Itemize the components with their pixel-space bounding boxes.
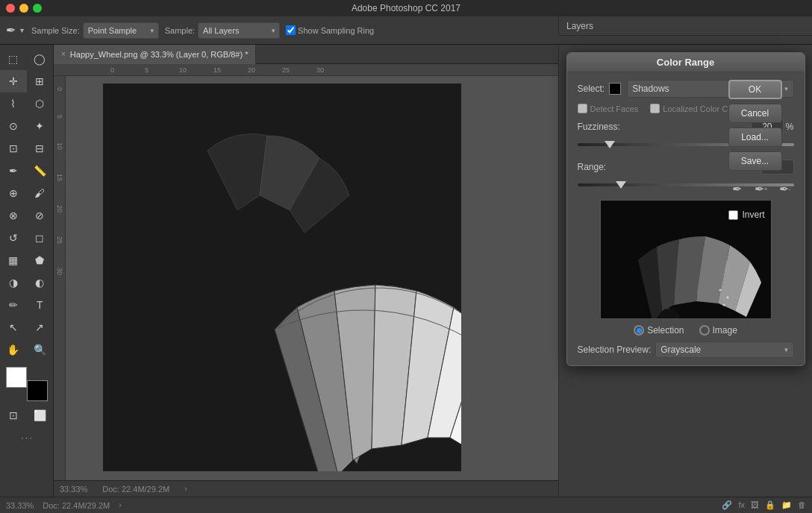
right-panel: Color Range Select: Shadows Highlights M… <box>558 45 812 497</box>
sample-size-label: Sample Size: <box>31 26 80 35</box>
localized-color-clusters-checkbox[interactable] <box>650 104 660 113</box>
hand-tool[interactable]: ✋ <box>0 339 27 361</box>
tab-close-button[interactable]: × <box>61 50 66 58</box>
canvas-arrow: › <box>184 485 187 493</box>
sample-size-group: Sample Size: Point Sample 3 by 3 Average… <box>31 22 159 39</box>
sample-size-select[interactable]: Point Sample 3 by 3 Average 5 by 5 Avera… <box>83 22 159 39</box>
show-sampling-ring-checkbox[interactable] <box>286 25 296 35</box>
canvas-content: 0 5 10 15 20 25 30 <box>54 76 558 480</box>
ok-button[interactable]: OK <box>728 80 782 99</box>
canvas-tab[interactable]: × Happy_Wheel.png @ 33.3% (Layer 0, RGB/… <box>54 45 256 64</box>
magic-wand-tool[interactable]: ✦ <box>27 115 54 137</box>
tool-row-extra: ⊡ ⬜ <box>0 404 53 427</box>
zoom-tool[interactable]: 🔍 <box>27 339 54 361</box>
minimize-button[interactable] <box>19 4 28 13</box>
marquee-rect-tool[interactable]: ⬚ <box>0 48 27 70</box>
fuzziness-slider-thumb[interactable] <box>605 141 615 148</box>
gradient-tool[interactable]: ▦ <box>0 249 27 271</box>
status-icon-6[interactable]: 🗑 <box>798 500 806 510</box>
close-button[interactable] <box>6 4 15 13</box>
more-tools-button[interactable]: · · · <box>0 427 53 449</box>
invert-checkbox[interactable] <box>728 210 738 220</box>
main-area: ⬚ ◯ ✛ ⊞ ⌇ ⬡ ⊙ ✦ ⊡ ⊟ ✒ 📏 ⊕ 🖌 ⊗ ⊘ <box>0 45 812 497</box>
image-radio-option[interactable]: Image <box>699 325 737 336</box>
burn-tool[interactable]: ◐ <box>27 271 54 294</box>
invert-label: Invert <box>743 210 765 220</box>
cancel-button[interactable]: Cancel <box>728 104 782 123</box>
detect-faces-group[interactable]: Detect Faces <box>578 104 639 113</box>
clone-stamp-tool[interactable]: ⊗ <box>0 204 27 227</box>
history-brush-tool[interactable]: ↺ <box>0 227 27 249</box>
brush-tool[interactable]: 🖌 <box>27 182 54 204</box>
maximize-button[interactable] <box>33 4 42 13</box>
selection-preview-label: Selection Preview: <box>578 344 652 355</box>
quick-selection-tool[interactable]: ⊙ <box>0 115 27 137</box>
move-tool[interactable]: ✛ <box>0 70 27 92</box>
status-icon-5[interactable]: 📁 <box>781 500 792 510</box>
pen-tool[interactable]: ✏ <box>0 294 27 316</box>
selection-preview-select-wrapper[interactable]: None Grayscale Black Matte White Matte Q… <box>655 342 793 358</box>
crop-tool[interactable]: ⊡ <box>0 137 27 160</box>
selection-radio-label: Selection <box>647 325 684 336</box>
quick-mask-tool[interactable]: ⊡ <box>0 404 27 427</box>
lasso-tool[interactable]: ⌇ <box>0 92 27 115</box>
detect-faces-label: Detect Faces <box>590 104 639 113</box>
dodge-tool[interactable]: ◑ <box>0 271 27 294</box>
detect-faces-checkbox[interactable] <box>578 104 587 113</box>
status-icon-2[interactable]: fx <box>738 500 745 510</box>
traffic-lights <box>6 4 42 13</box>
tool-row-9: ↺ ◻ <box>0 227 53 249</box>
sample-size-select-wrapper[interactable]: Point Sample 3 by 3 Average 5 by 5 Avera… <box>83 22 159 39</box>
ruler-mark-5: 5 <box>145 66 179 74</box>
status-icon-3[interactable]: 🖼 <box>751 500 759 510</box>
ruler-h-marks: 0 5 10 15 20 25 30 <box>110 66 351 74</box>
selection-radio-btn[interactable] <box>634 325 644 336</box>
sample-select[interactable]: All Layers Current Layer <box>198 22 280 39</box>
artboard-tool[interactable]: ⊞ <box>27 70 54 92</box>
invert-row[interactable]: Invert <box>728 210 794 220</box>
eyedropper-sample-icon[interactable]: ✒ <box>728 180 746 198</box>
polygonal-lasso-tool[interactable]: ⬡ <box>27 92 54 115</box>
paint-bucket-tool[interactable]: ⬟ <box>27 249 54 271</box>
show-sampling-ring-group[interactable]: Show Sampling Ring <box>286 25 374 35</box>
zoom-level: 33.33% <box>60 485 87 494</box>
doc-info: Doc: 22.4M/29.2M <box>102 485 169 494</box>
range-slider-thumb[interactable] <box>616 181 626 189</box>
load-button[interactable]: Load... <box>728 128 782 147</box>
marquee-ellipse-tool[interactable]: ◯ <box>27 48 54 70</box>
background-color-swatch[interactable] <box>27 380 48 401</box>
show-sampling-ring-label[interactable]: Show Sampling Ring <box>286 25 374 35</box>
eraser-tool[interactable]: ◻ <box>27 227 54 249</box>
eyedropper-icon: ✒ <box>6 23 16 37</box>
color-swatches[interactable] <box>6 367 48 401</box>
slice-tool[interactable]: ⊟ <box>27 137 54 160</box>
eyedropper-dropdown[interactable]: ▼ <box>19 27 25 34</box>
selection-radio-option[interactable]: Selection <box>634 325 684 336</box>
eyedropper-subtract-icon[interactable]: ✒- <box>776 180 794 198</box>
sample-group: Sample: All Layers Current Layer <box>165 22 280 39</box>
image-radio-btn[interactable] <box>699 325 710 336</box>
ruler-mark-15: 15 <box>213 66 248 74</box>
selection-preview-select[interactable]: None Grayscale Black Matte White Matte Q… <box>655 342 793 358</box>
layers-panel-title: Layers <box>566 21 593 31</box>
status-zoom: 33.33% <box>6 501 34 510</box>
eyedropper-icons-row: ✒ ✒+ ✒- <box>728 180 794 198</box>
type-tool[interactable]: T <box>27 294 54 316</box>
foreground-color-swatch[interactable] <box>6 367 27 388</box>
status-icon-4[interactable]: 🔒 <box>765 500 775 510</box>
eyedropper-add-icon[interactable]: ✒+ <box>752 180 770 198</box>
selection-preview-row: Selection Preview: None Grayscale Black … <box>578 342 794 358</box>
tab-filename: Happy_Wheel.png @ 33.3% (Layer 0, RGB/8#… <box>70 50 249 59</box>
dialog-title: Color Range <box>657 57 714 68</box>
direct-select-tool[interactable]: ↗ <box>27 316 54 339</box>
path-select-tool[interactable]: ↖ <box>0 316 27 339</box>
pattern-stamp-tool[interactable]: ⊘ <box>27 204 54 227</box>
status-icon-1[interactable]: 🔗 <box>722 500 732 510</box>
spot-heal-tool[interactable]: ⊕ <box>0 182 27 204</box>
eyedropper-tool[interactable]: ✒ <box>0 160 27 182</box>
screen-mode-tool[interactable]: ⬜ <box>27 404 54 427</box>
canvas-bottom-bar: 33.33% Doc: 22.4M/29.2M › <box>54 480 558 497</box>
sample-select-wrapper[interactable]: All Layers Current Layer <box>198 22 280 39</box>
ruler-tool[interactable]: 📏 <box>27 160 54 182</box>
save-button[interactable]: Save... <box>728 151 782 171</box>
